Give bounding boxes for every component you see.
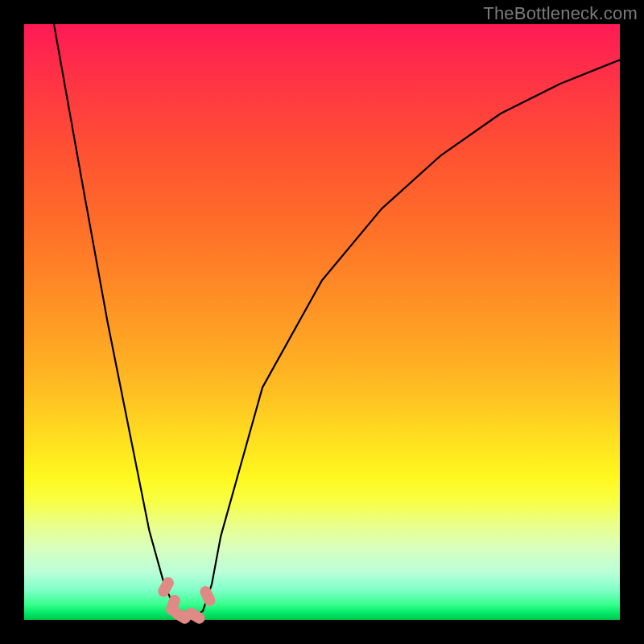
chart-canvas: TheBottleneck.com: [0, 0, 644, 644]
curve-line: [54, 24, 620, 617]
plot-area: [24, 24, 620, 620]
highlight-markers: [156, 576, 217, 626]
watermark-label: TheBottleneck.com: [483, 3, 638, 24]
curve-path: [54, 24, 620, 617]
marker-point-4: [198, 584, 217, 608]
chart-svg: [24, 24, 620, 620]
